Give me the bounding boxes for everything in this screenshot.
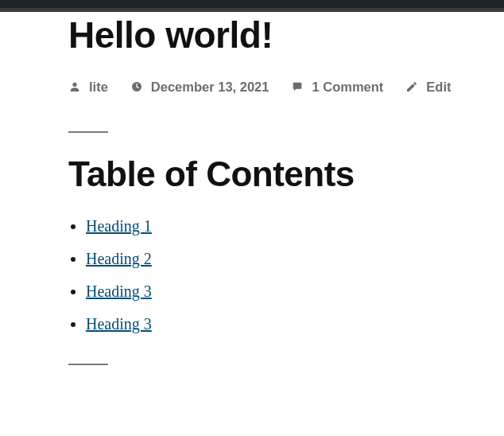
- admin-bar-strip: [0, 8, 504, 12]
- meta-edit[interactable]: Edit: [405, 80, 451, 95]
- toc-list: Heading 1 Heading 2 Heading 3 Heading 3: [68, 217, 504, 333]
- divider: [68, 364, 108, 365]
- list-item: Heading 3: [86, 315, 504, 333]
- meta-comments-label: 1 Comment: [312, 80, 383, 95]
- meta-date-label: December 13, 2021: [151, 80, 269, 95]
- post-meta: lite December 13, 2021 1 Comment Edit: [68, 80, 504, 95]
- admin-bar[interactable]: [0, 0, 504, 8]
- pencil-icon: [405, 80, 418, 93]
- meta-date[interactable]: December 13, 2021: [130, 80, 269, 95]
- meta-author[interactable]: lite: [68, 80, 108, 95]
- meta-author-label: lite: [89, 80, 108, 95]
- svg-point-0: [72, 83, 76, 87]
- meta-comments[interactable]: 1 Comment: [291, 80, 383, 95]
- author-icon: [68, 80, 81, 93]
- list-item: Heading 3: [86, 282, 504, 301]
- post-title: Hello world!: [68, 15, 504, 56]
- divider: [68, 131, 108, 133]
- toc-link[interactable]: Heading 1: [86, 217, 152, 235]
- clock-icon: [130, 80, 143, 93]
- list-item: Heading 1: [86, 217, 504, 236]
- toc-link[interactable]: Heading 2: [86, 250, 152, 267]
- toc-link[interactable]: Heading 3: [86, 282, 152, 300]
- meta-edit-label: Edit: [426, 80, 451, 95]
- toc-link[interactable]: Heading 3: [86, 315, 152, 333]
- list-item: Heading 2: [86, 250, 504, 268]
- toc-heading: Table of Contents: [68, 155, 504, 193]
- comment-icon: [291, 80, 304, 93]
